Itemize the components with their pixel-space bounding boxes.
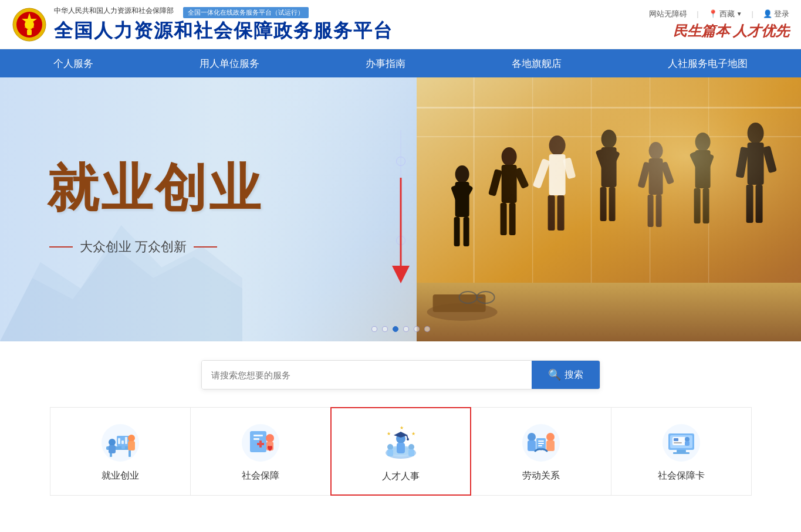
search-input[interactable]	[202, 361, 532, 389]
svg-rect-117	[674, 438, 678, 441]
logo-text-block: 中华人民共和国人力资源和社会保障部 全国一体化在线政务服务平台（试运行） 全国人…	[54, 5, 393, 44]
svg-point-70	[109, 439, 116, 446]
login-link[interactable]: 👤 登录	[763, 9, 789, 19]
svg-rect-77	[121, 440, 124, 444]
header: 中华人民共和国人力资源和社会保障部 全国一体化在线政务服务平台（试运行） 全国人…	[0, 0, 801, 49]
svg-rect-115	[673, 452, 690, 454]
svg-rect-76	[118, 438, 120, 444]
svg-point-119	[685, 437, 690, 442]
nav-guide[interactable]: 办事指南	[342, 49, 429, 77]
arrow-annotation	[386, 178, 415, 286]
search-button[interactable]: 🔍 搜索	[532, 361, 600, 389]
svg-rect-108	[538, 440, 544, 442]
accessibility-link[interactable]: 网站无障碍	[649, 9, 687, 19]
platform-title: 全国人力资源和社会保障政务服务平台	[54, 18, 393, 44]
search-section: 🔍 搜索	[0, 341, 801, 401]
svg-rect-73	[121, 446, 125, 449]
social-card-label: 社会保障卡	[658, 470, 705, 482]
svg-point-105	[546, 433, 555, 441]
location-link[interactable]: 📍 西藏 ▼	[708, 9, 742, 19]
nav-employer-service[interactable]: 用人单位服务	[176, 49, 283, 77]
logo-area: 中华人民共和国人力资源和社会保障部 全国一体化在线政务服务平台（试运行） 全国人…	[12, 5, 393, 44]
svg-rect-98	[408, 449, 414, 456]
main-nav: 个人服务 用人单位服务 办事指南 各地旗舰店 人社服务电子地图	[0, 49, 801, 77]
dot-5[interactable]	[414, 326, 420, 332]
dot-3[interactable]	[393, 326, 398, 332]
header-right: 网站无障碍 | 📍 西藏 ▼ | 👤 登录 民生篇本 人才优先	[649, 9, 789, 40]
labor-label: 劳动关系	[522, 470, 560, 482]
employment-label: 就业创业	[102, 470, 139, 482]
platform-badge: 全国一体化在线政务服务平台（试运行）	[183, 7, 309, 18]
red-arrow-icon	[386, 178, 415, 283]
svg-rect-110	[538, 445, 542, 446]
dot-6[interactable]	[424, 326, 430, 332]
social-card-icon	[660, 422, 702, 464]
svg-rect-71	[109, 445, 116, 453]
search-icon: 🔍	[548, 368, 561, 381]
svg-point-94	[407, 438, 409, 440]
svg-point-95	[387, 444, 393, 450]
svg-rect-81	[254, 435, 263, 436]
svg-rect-78	[125, 437, 127, 444]
slogan: 民生篇本 人才优先	[673, 22, 789, 40]
dot-1[interactable]	[371, 326, 377, 332]
svg-rect-4	[27, 29, 32, 35]
svg-point-103	[528, 433, 536, 441]
svg-point-85	[266, 434, 274, 442]
svg-rect-96	[387, 449, 393, 456]
location-pin-icon: 📍	[708, 9, 718, 18]
talent-label: 人才人事	[382, 470, 420, 483]
svg-rect-120	[685, 441, 690, 446]
category-talent[interactable]: ★ ★ ★ 人才人事	[330, 407, 471, 496]
svg-rect-75	[128, 441, 135, 450]
nav-flagship[interactable]: 各地旗舰店	[488, 49, 585, 77]
national-emblem-icon	[12, 7, 47, 42]
chevron-down-icon: ▼	[736, 11, 742, 17]
svg-text:★: ★	[411, 431, 415, 436]
svg-point-74	[128, 435, 135, 442]
dot-4[interactable]	[403, 326, 409, 332]
svg-rect-109	[538, 443, 544, 444]
svg-rect-69	[129, 450, 131, 457]
svg-text:★: ★	[400, 425, 404, 431]
nav-map[interactable]: 人社服务电子地图	[644, 49, 771, 77]
svg-marker-65	[392, 266, 410, 283]
hero-banner: 就业创业 大众创业 万众创新	[0, 77, 801, 341]
top-links: 网站无障碍 | 📍 西藏 ▼ | 👤 登录	[649, 9, 789, 19]
svg-marker-92	[394, 432, 408, 438]
category-section: 就业创业	[0, 401, 801, 513]
category-social-security[interactable]: 社会保障	[190, 407, 331, 496]
dot-2[interactable]	[382, 326, 388, 332]
svg-rect-118	[674, 442, 682, 443]
social-security-icon	[239, 422, 282, 464]
hero-photo-illustration	[417, 77, 801, 341]
social-security-label: 社会保障	[242, 470, 279, 482]
svg-point-97	[408, 444, 414, 450]
svg-point-3	[25, 20, 34, 29]
carousel-dots	[371, 326, 430, 332]
hero-right-panel	[417, 77, 801, 341]
svg-text:★: ★	[387, 431, 391, 436]
nav-personal-service[interactable]: 个人服务	[30, 49, 117, 77]
svg-rect-90	[397, 443, 405, 453]
svg-rect-106	[546, 440, 555, 451]
category-labor[interactable]: 劳动关系	[471, 407, 611, 496]
category-grid: 就业创业	[35, 407, 766, 496]
svg-rect-104	[528, 440, 536, 451]
ministry-name: 中华人民共和国人力资源和社会保障部	[54, 6, 174, 16]
svg-rect-80	[250, 431, 266, 452]
talent-icon: ★ ★ ★	[380, 422, 422, 465]
category-employment[interactable]: 就业创业	[50, 407, 191, 496]
circle-ornament-top	[396, 157, 405, 166]
category-social-card[interactable]: 社会保障卡	[611, 407, 752, 496]
mountain-background-icon	[0, 183, 242, 341]
svg-rect-84	[259, 440, 262, 448]
hero-left-panel: 就业创业 大众创业 万众创新	[0, 77, 441, 341]
svg-rect-114	[677, 450, 686, 452]
search-bar: 🔍 搜索	[201, 360, 600, 389]
svg-rect-82	[254, 438, 259, 440]
user-icon: 👤	[763, 9, 772, 18]
employment-icon	[99, 422, 141, 464]
labor-icon	[520, 422, 562, 464]
